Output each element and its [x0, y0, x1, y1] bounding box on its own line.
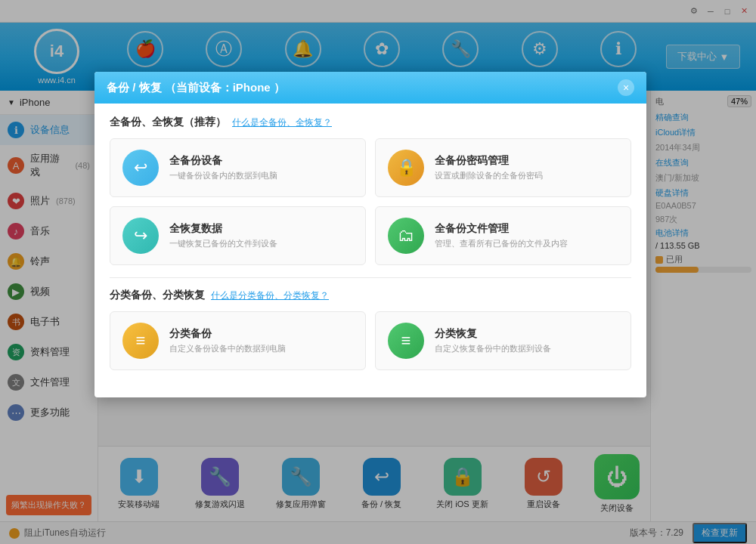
card-full-restore[interactable]: ↪ 全恢复数据 一键恢复已备份的文件到设备	[110, 206, 366, 265]
card-full-backup[interactable]: ↩ 全备份设备 一键备份设备内的数据到电脑	[110, 138, 366, 197]
modal-body: 全备份、全恢复（推荐） 什么是全备份、全恢复？ ↩ 全备份设备 一键备份设备内的…	[94, 104, 646, 397]
section1-title-row: 全备份、全恢复（推荐） 什么是全备份、全恢复？	[110, 116, 631, 129]
modal-title: 备份 / 恢复 （当前设备：iPhone ）	[107, 81, 285, 95]
card-backup-files[interactable]: 🗂 全备份文件管理 管理、查看所有已备份的文件及内容	[375, 206, 631, 265]
card-category-restore-desc: 自定义恢复备份中的数据到设备	[435, 343, 618, 354]
close-x-icon: ×	[623, 82, 629, 94]
card-backup-files-desc: 管理、查看所有已备份的文件及内容	[435, 238, 618, 249]
section2-title: 分类备份、分类恢复	[110, 289, 205, 302]
card-category-restore[interactable]: ≡ 分类恢复 自定义恢复备份中的数据到设备	[375, 311, 631, 370]
card-category-restore-title: 分类恢复	[435, 327, 618, 341]
card-backup-files-text: 全备份文件管理 管理、查看所有已备份的文件及内容	[435, 222, 618, 249]
section1-link[interactable]: 什么是全备份、全恢复？	[232, 116, 332, 129]
full-restore-icon: ↪	[122, 218, 159, 254]
full-backup-icon: ↩	[122, 150, 159, 186]
backup-password-icon: 🔒	[388, 150, 424, 186]
modal-header: 备份 / 恢复 （当前设备：iPhone ） ×	[94, 72, 646, 104]
card-category-backup-text: 分类备份 自定义备份设备中的数据到电脑	[169, 327, 353, 354]
card-category-restore-text: 分类恢复 自定义恢复备份中的数据到设备	[435, 327, 618, 354]
card-category-backup[interactable]: ≡ 分类备份 自定义备份设备中的数据到电脑	[110, 311, 366, 370]
category-backup-icon: ≡	[122, 323, 159, 359]
section2-link[interactable]: 什么是分类备份、分类恢复？	[211, 289, 329, 302]
card-full-restore-desc: 一键恢复已备份的文件到设备	[169, 238, 353, 249]
card-backup-password-desc: 设置或删除设备的全备份密码	[435, 170, 618, 181]
card-full-backup-text: 全备份设备 一键备份设备内的数据到电脑	[169, 154, 353, 181]
section1-cards-grid: ↩ 全备份设备 一键备份设备内的数据到电脑 🔒 全备份密码管理 设置或删除设备的…	[110, 138, 631, 265]
card-category-backup-desc: 自定义备份设备中的数据到电脑	[169, 343, 353, 354]
card-full-restore-title: 全恢复数据	[169, 222, 353, 236]
modal: 备份 / 恢复 （当前设备：iPhone ） × 全备份、全恢复（推荐） 什么是…	[94, 72, 646, 397]
category-restore-icon: ≡	[388, 323, 424, 359]
modal-overlay: 备份 / 恢复 （当前设备：iPhone ） × 全备份、全恢复（推荐） 什么是…	[0, 0, 756, 544]
card-full-backup-desc: 一键备份设备内的数据到电脑	[169, 170, 353, 181]
modal-close-button[interactable]: ×	[618, 79, 634, 96]
section-divider	[110, 277, 631, 278]
backup-files-icon: 🗂	[388, 218, 424, 254]
card-backup-password[interactable]: 🔒 全备份密码管理 设置或删除设备的全备份密码	[375, 138, 631, 197]
card-full-restore-text: 全恢复数据 一键恢复已备份的文件到设备	[169, 222, 353, 249]
card-backup-files-title: 全备份文件管理	[435, 222, 618, 236]
card-full-backup-title: 全备份设备	[169, 154, 353, 168]
card-category-backup-title: 分类备份	[169, 327, 353, 341]
section2-title-row: 分类备份、分类恢复 什么是分类备份、分类恢复？	[110, 289, 631, 302]
card-backup-password-text: 全备份密码管理 设置或删除设备的全备份密码	[435, 154, 618, 181]
section1-title: 全备份、全恢复（推荐）	[110, 116, 226, 129]
card-backup-password-title: 全备份密码管理	[435, 154, 618, 168]
section2-cards-grid: ≡ 分类备份 自定义备份设备中的数据到电脑 ≡ 分类恢复 自定义恢复备份中的数据…	[110, 311, 631, 370]
